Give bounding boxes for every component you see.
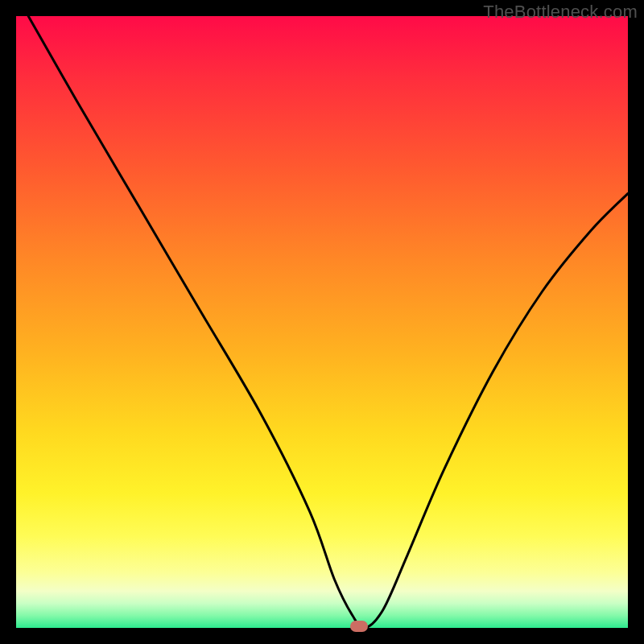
optimal-point-marker (350, 621, 368, 632)
watermark-text: TheBottleneck.com (483, 2, 638, 23)
bottleneck-curve (16, 16, 628, 628)
chart-frame: TheBottleneck.com (0, 0, 644, 644)
